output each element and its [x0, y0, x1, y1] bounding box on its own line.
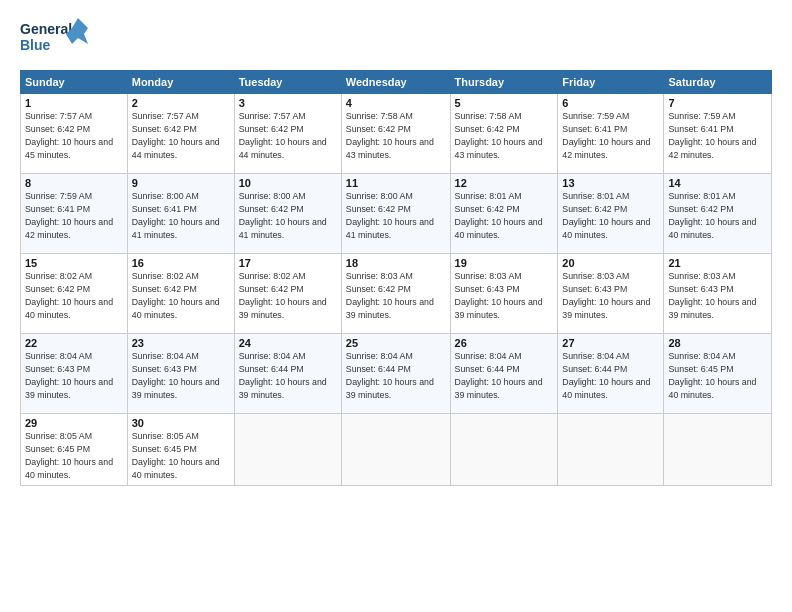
table-row: 28 Sunrise: 8:04 AMSunset: 6:45 PMDaylig… — [664, 334, 772, 414]
day-number: 30 — [132, 417, 230, 429]
day-number: 3 — [239, 97, 337, 109]
table-row: 24 Sunrise: 8:04 AMSunset: 6:44 PMDaylig… — [234, 334, 341, 414]
day-info: Sunrise: 7:57 AMSunset: 6:42 PMDaylight:… — [132, 111, 220, 160]
table-row: 22 Sunrise: 8:04 AMSunset: 6:43 PMDaylig… — [21, 334, 128, 414]
day-info: Sunrise: 8:03 AMSunset: 6:43 PMDaylight:… — [562, 271, 650, 320]
day-info: Sunrise: 7:58 AMSunset: 6:42 PMDaylight:… — [346, 111, 434, 160]
table-row: 12 Sunrise: 8:01 AMSunset: 6:42 PMDaylig… — [450, 174, 558, 254]
day-number: 28 — [668, 337, 767, 349]
day-number: 8 — [25, 177, 123, 189]
day-number: 27 — [562, 337, 659, 349]
table-row — [558, 414, 664, 486]
page: General Blue Sunday Monday Tuesday Wedne… — [0, 0, 792, 612]
day-number: 10 — [239, 177, 337, 189]
day-number: 9 — [132, 177, 230, 189]
logo-svg: General Blue — [20, 16, 90, 60]
day-number: 2 — [132, 97, 230, 109]
table-row: 25 Sunrise: 8:04 AMSunset: 6:44 PMDaylig… — [341, 334, 450, 414]
day-number: 15 — [25, 257, 123, 269]
table-row: 8 Sunrise: 7:59 AMSunset: 6:41 PMDayligh… — [21, 174, 128, 254]
day-info: Sunrise: 8:05 AMSunset: 6:45 PMDaylight:… — [132, 431, 220, 480]
table-row: 2 Sunrise: 7:57 AMSunset: 6:42 PMDayligh… — [127, 94, 234, 174]
day-number: 25 — [346, 337, 446, 349]
day-number: 24 — [239, 337, 337, 349]
day-info: Sunrise: 8:00 AMSunset: 6:42 PMDaylight:… — [239, 191, 327, 240]
day-number: 1 — [25, 97, 123, 109]
day-number: 6 — [562, 97, 659, 109]
day-number: 12 — [455, 177, 554, 189]
calendar-header-row: Sunday Monday Tuesday Wednesday Thursday… — [21, 71, 772, 94]
day-number: 22 — [25, 337, 123, 349]
table-row: 18 Sunrise: 8:03 AMSunset: 6:42 PMDaylig… — [341, 254, 450, 334]
day-number: 14 — [668, 177, 767, 189]
day-info: Sunrise: 8:03 AMSunset: 6:43 PMDaylight:… — [668, 271, 756, 320]
day-number: 21 — [668, 257, 767, 269]
day-info: Sunrise: 8:05 AMSunset: 6:45 PMDaylight:… — [25, 431, 113, 480]
day-info: Sunrise: 8:03 AMSunset: 6:43 PMDaylight:… — [455, 271, 543, 320]
day-info: Sunrise: 8:02 AMSunset: 6:42 PMDaylight:… — [25, 271, 113, 320]
table-row: 4 Sunrise: 7:58 AMSunset: 6:42 PMDayligh… — [341, 94, 450, 174]
day-number: 18 — [346, 257, 446, 269]
day-number: 19 — [455, 257, 554, 269]
day-info: Sunrise: 7:57 AMSunset: 6:42 PMDaylight:… — [25, 111, 113, 160]
day-info: Sunrise: 8:04 AMSunset: 6:44 PMDaylight:… — [455, 351, 543, 400]
table-row: 3 Sunrise: 7:57 AMSunset: 6:42 PMDayligh… — [234, 94, 341, 174]
day-info: Sunrise: 7:59 AMSunset: 6:41 PMDaylight:… — [25, 191, 113, 240]
table-row: 27 Sunrise: 8:04 AMSunset: 6:44 PMDaylig… — [558, 334, 664, 414]
table-row: 20 Sunrise: 8:03 AMSunset: 6:43 PMDaylig… — [558, 254, 664, 334]
table-row: 19 Sunrise: 8:03 AMSunset: 6:43 PMDaylig… — [450, 254, 558, 334]
table-row: 10 Sunrise: 8:00 AMSunset: 6:42 PMDaylig… — [234, 174, 341, 254]
table-row: 29 Sunrise: 8:05 AMSunset: 6:45 PMDaylig… — [21, 414, 128, 486]
day-info: Sunrise: 8:04 AMSunset: 6:44 PMDaylight:… — [239, 351, 327, 400]
day-info: Sunrise: 8:04 AMSunset: 6:44 PMDaylight:… — [562, 351, 650, 400]
table-row — [450, 414, 558, 486]
day-number: 16 — [132, 257, 230, 269]
day-info: Sunrise: 8:04 AMSunset: 6:43 PMDaylight:… — [25, 351, 113, 400]
day-info: Sunrise: 7:59 AMSunset: 6:41 PMDaylight:… — [668, 111, 756, 160]
table-row: 26 Sunrise: 8:04 AMSunset: 6:44 PMDaylig… — [450, 334, 558, 414]
day-info: Sunrise: 8:01 AMSunset: 6:42 PMDaylight:… — [455, 191, 543, 240]
calendar-table: Sunday Monday Tuesday Wednesday Thursday… — [20, 70, 772, 486]
day-info: Sunrise: 8:03 AMSunset: 6:42 PMDaylight:… — [346, 271, 434, 320]
col-tuesday: Tuesday — [234, 71, 341, 94]
table-row: 21 Sunrise: 8:03 AMSunset: 6:43 PMDaylig… — [664, 254, 772, 334]
day-info: Sunrise: 8:01 AMSunset: 6:42 PMDaylight:… — [668, 191, 756, 240]
day-number: 23 — [132, 337, 230, 349]
col-saturday: Saturday — [664, 71, 772, 94]
table-row: 5 Sunrise: 7:58 AMSunset: 6:42 PMDayligh… — [450, 94, 558, 174]
col-thursday: Thursday — [450, 71, 558, 94]
day-number: 20 — [562, 257, 659, 269]
day-number: 4 — [346, 97, 446, 109]
day-number: 29 — [25, 417, 123, 429]
day-info: Sunrise: 7:58 AMSunset: 6:42 PMDaylight:… — [455, 111, 543, 160]
day-number: 5 — [455, 97, 554, 109]
day-number: 13 — [562, 177, 659, 189]
header: General Blue — [20, 16, 772, 60]
day-info: Sunrise: 8:04 AMSunset: 6:43 PMDaylight:… — [132, 351, 220, 400]
svg-text:Blue: Blue — [20, 37, 51, 53]
table-row: 30 Sunrise: 8:05 AMSunset: 6:45 PMDaylig… — [127, 414, 234, 486]
table-row — [341, 414, 450, 486]
day-info: Sunrise: 7:59 AMSunset: 6:41 PMDaylight:… — [562, 111, 650, 160]
col-sunday: Sunday — [21, 71, 128, 94]
col-wednesday: Wednesday — [341, 71, 450, 94]
col-friday: Friday — [558, 71, 664, 94]
day-number: 7 — [668, 97, 767, 109]
day-info: Sunrise: 8:02 AMSunset: 6:42 PMDaylight:… — [239, 271, 327, 320]
table-row: 16 Sunrise: 8:02 AMSunset: 6:42 PMDaylig… — [127, 254, 234, 334]
day-info: Sunrise: 8:00 AMSunset: 6:41 PMDaylight:… — [132, 191, 220, 240]
table-row: 15 Sunrise: 8:02 AMSunset: 6:42 PMDaylig… — [21, 254, 128, 334]
logo: General Blue — [20, 16, 90, 60]
day-number: 11 — [346, 177, 446, 189]
table-row: 17 Sunrise: 8:02 AMSunset: 6:42 PMDaylig… — [234, 254, 341, 334]
svg-text:General: General — [20, 21, 72, 37]
col-monday: Monday — [127, 71, 234, 94]
table-row: 6 Sunrise: 7:59 AMSunset: 6:41 PMDayligh… — [558, 94, 664, 174]
table-row: 23 Sunrise: 8:04 AMSunset: 6:43 PMDaylig… — [127, 334, 234, 414]
table-row: 13 Sunrise: 8:01 AMSunset: 6:42 PMDaylig… — [558, 174, 664, 254]
table-row: 7 Sunrise: 7:59 AMSunset: 6:41 PMDayligh… — [664, 94, 772, 174]
table-row: 11 Sunrise: 8:00 AMSunset: 6:42 PMDaylig… — [341, 174, 450, 254]
day-info: Sunrise: 8:04 AMSunset: 6:44 PMDaylight:… — [346, 351, 434, 400]
table-row: 9 Sunrise: 8:00 AMSunset: 6:41 PMDayligh… — [127, 174, 234, 254]
day-info: Sunrise: 8:00 AMSunset: 6:42 PMDaylight:… — [346, 191, 434, 240]
